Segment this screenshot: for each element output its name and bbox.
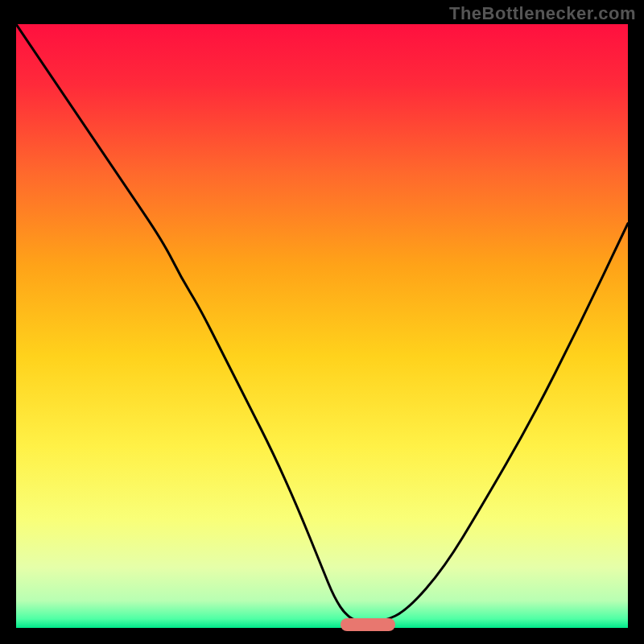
optimal-marker	[341, 618, 395, 631]
watermark-text: TheBottlenecker.com	[449, 3, 636, 24]
plot-area	[16, 24, 628, 628]
gradient-background	[16, 24, 628, 628]
plot-svg	[16, 24, 628, 628]
chart-frame: TheBottlenecker.com	[0, 0, 644, 644]
